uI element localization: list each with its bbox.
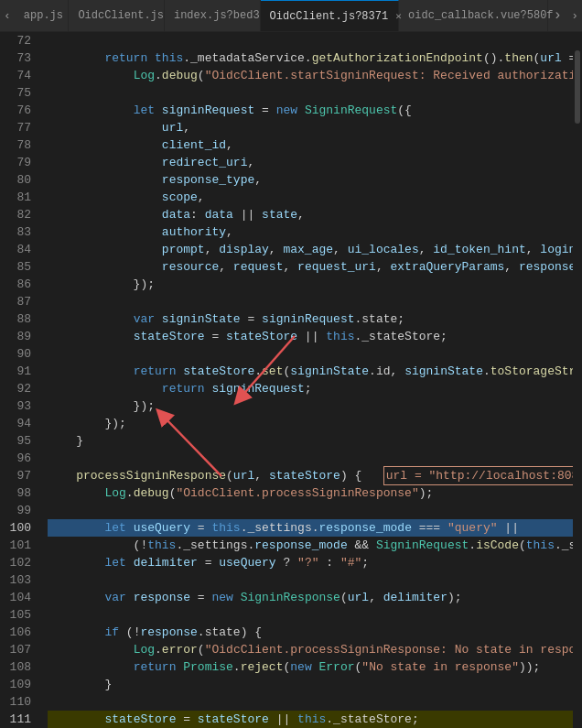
tab-oidc-client-js-8371[interactable]: OidcClient.js?8371 ✕ bbox=[261, 0, 400, 31]
line-num-98: 98 bbox=[0, 484, 31, 502]
line-num-99: 99 bbox=[0, 502, 31, 519]
code-line-81: scope, bbox=[48, 189, 573, 206]
line-num-73: 73 bbox=[0, 49, 31, 67]
line-num-86: 86 bbox=[0, 276, 31, 293]
tab-label: index.js?bed3 bbox=[174, 9, 260, 22]
code-line-72 bbox=[48, 32, 573, 49]
line-num-81: 81 bbox=[0, 189, 31, 206]
line-num-77: 77 bbox=[0, 119, 31, 136]
code-line-73: return this._metadataService.getAuthoriz… bbox=[48, 49, 573, 67]
tab-oidc-callback[interactable]: oidc_callback.vue?580f bbox=[399, 0, 547, 31]
code-line-97: processSigninResponse(url, stateStore) {… bbox=[48, 467, 573, 484]
line-num-88: 88 bbox=[0, 310, 31, 328]
code-line-85: resource, request, request_uri, extraQue… bbox=[48, 258, 573, 276]
line-num-97: 97 bbox=[0, 467, 31, 484]
line-num-82: 82 bbox=[0, 206, 31, 223]
line-num-103: 103 bbox=[0, 571, 31, 589]
code-line-90 bbox=[48, 345, 573, 363]
code-line-92: return signinRequest; bbox=[48, 380, 573, 397]
line-num-108: 108 bbox=[0, 658, 31, 676]
code-line-87 bbox=[48, 293, 573, 310]
code-line-96 bbox=[48, 450, 573, 467]
tab-oidc-client-js[interactable]: OidcClient.js bbox=[69, 0, 165, 31]
code-line-95: } bbox=[48, 432, 573, 450]
line-num-91: 91 bbox=[0, 363, 31, 380]
line-num-95: 95 bbox=[0, 432, 31, 450]
code-line-76: let signinRequest = new SigninRequest({ bbox=[48, 102, 573, 119]
tab-label: oidc_callback.vue?580f bbox=[408, 9, 553, 22]
code-line-111: stateStore = stateStore || this._stateSt… bbox=[48, 711, 573, 728]
line-num-101: 101 bbox=[0, 537, 31, 554]
line-num-93: 93 bbox=[0, 397, 31, 415]
tab-nav-next[interactable]: › bbox=[567, 0, 582, 31]
line-num-102: 102 bbox=[0, 554, 31, 571]
line-num-92: 92 bbox=[0, 380, 31, 397]
tab-nav-prev[interactable]: ‹ bbox=[0, 0, 15, 31]
code-line-83: authority, bbox=[48, 223, 573, 241]
code-line-75 bbox=[48, 84, 573, 102]
line-num-106: 106 bbox=[0, 624, 31, 641]
line-num-111: 111 bbox=[0, 711, 31, 728]
code-line-109: } bbox=[48, 676, 573, 693]
tab-label: OidcClient.js bbox=[78, 9, 164, 22]
line-num-87: 87 bbox=[0, 293, 31, 310]
code-line-108: return Promise.reject(new Error("No stat… bbox=[48, 658, 573, 676]
line-num-79: 79 bbox=[0, 154, 31, 171]
tab-label: app.js bbox=[24, 9, 63, 22]
line-num-96: 96 bbox=[0, 450, 31, 467]
line-num-107: 107 bbox=[0, 641, 31, 658]
code-line-94: }); bbox=[48, 415, 573, 432]
line-num-89: 89 bbox=[0, 328, 31, 345]
line-num-109: 109 bbox=[0, 676, 31, 693]
line-num-83: 83 bbox=[0, 223, 31, 241]
line-num-76: 76 bbox=[0, 102, 31, 119]
tab-close-icon[interactable]: ✕ bbox=[393, 9, 404, 23]
editor-scrollbar[interactable] bbox=[573, 32, 582, 728]
code-line-88: var signinState = signinRequest.state; bbox=[48, 310, 573, 328]
line-numbers: 72 73 74 75 76 77 78 79 80 81 82 83 84 8… bbox=[0, 32, 38, 728]
code-line-105 bbox=[48, 606, 573, 624]
line-num-72: 72 bbox=[0, 32, 31, 49]
code-line-77: url, bbox=[48, 119, 573, 136]
code-line-104: var response = new SigninResponse(url, d… bbox=[48, 589, 573, 606]
line-num-75: 75 bbox=[0, 84, 31, 102]
line-num-110: 110 bbox=[0, 693, 31, 711]
code-line-106: if (!response.state) { bbox=[48, 624, 573, 641]
line-num-94: 94 bbox=[0, 415, 31, 432]
code-line-74: Log.debug("OidcClient.startSigninRequest… bbox=[48, 67, 573, 84]
code-line-110 bbox=[48, 693, 573, 711]
editor-container: 72 73 74 75 76 77 78 79 80 81 82 83 84 8… bbox=[0, 32, 582, 728]
line-num-104: 104 bbox=[0, 589, 31, 606]
code-line-80: response_type, bbox=[48, 171, 573, 189]
line-num-78: 78 bbox=[0, 136, 31, 154]
tab-index-js[interactable]: index.js?bed3 bbox=[165, 0, 261, 31]
tab-app-js[interactable]: app.js bbox=[15, 0, 70, 31]
line-num-80: 80 bbox=[0, 171, 31, 189]
tab-label: OidcClient.js?8371 bbox=[270, 10, 389, 23]
code-area[interactable]: return this._metadataService.getAuthoriz… bbox=[38, 32, 573, 728]
code-line-86: }); bbox=[48, 276, 573, 293]
code-line-107: Log.error("OidcClient.processSigninRespo… bbox=[48, 641, 573, 658]
code-line-98: Log.debug("OidcClient.processSigninRespo… bbox=[48, 484, 573, 502]
line-num-100: 100 bbox=[0, 519, 31, 537]
tab-overflow-button[interactable]: › bbox=[548, 0, 568, 31]
scrollbar-thumb[interactable] bbox=[575, 50, 580, 124]
line-num-90: 90 bbox=[0, 345, 31, 363]
code-line-79: redirect_uri, bbox=[48, 154, 573, 171]
line-num-74: 74 bbox=[0, 67, 31, 84]
code-line-101: (!this._settings.response_mode && Signin… bbox=[48, 537, 573, 554]
code-line-91: return stateStore.set(signinState.id, si… bbox=[48, 363, 573, 380]
code-line-89: stateStore = stateStore || this._stateSt… bbox=[48, 328, 573, 345]
code-line-103 bbox=[48, 571, 573, 589]
code-line-84: prompt, display, max_age, ui_locales, id… bbox=[48, 241, 573, 258]
code-line-82: data: data || state, bbox=[48, 206, 573, 223]
code-line-78: client_id, bbox=[48, 136, 573, 154]
code-line-99 bbox=[48, 502, 573, 519]
code-line-102: let delimiter = useQuery ? "?" : "#"; bbox=[48, 554, 573, 571]
code-line-93: }); bbox=[48, 397, 573, 415]
tab-bar: ‹ app.js OidcClient.js index.js?bed3 Oid… bbox=[0, 0, 582, 32]
line-num-105: 105 bbox=[0, 606, 31, 624]
code-line-100: let useQuery = this._settings.response_m… bbox=[48, 519, 573, 537]
line-num-85: 85 bbox=[0, 258, 31, 276]
line-num-84: 84 bbox=[0, 241, 31, 258]
